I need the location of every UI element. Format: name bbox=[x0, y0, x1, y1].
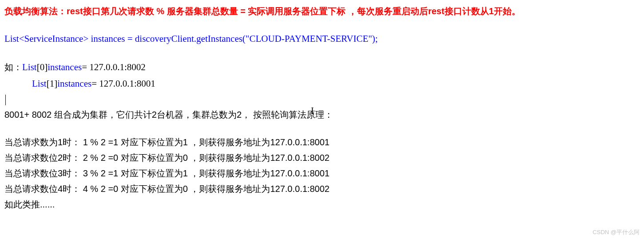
example-block: 如： List [0] instances = 127.0.0.1:8002 L… bbox=[4, 60, 640, 92]
watermark: CSDN @平什么阿 bbox=[592, 227, 640, 237]
rules-block: 当总请求数为1时： 1 % 2 =1 对应下标位置为1 ，则获得服务地址为127… bbox=[4, 135, 640, 212]
example-prefix: 如： bbox=[4, 60, 22, 76]
ibeam-cursor-icon: I bbox=[311, 103, 314, 118]
example-row: List [1] instances = 127.0.0.1:8001 bbox=[4, 76, 640, 92]
example-row: 如： List [0] instances = 127.0.0.1:8002 bbox=[4, 60, 640, 76]
code-snippet: List<ServiceInstance> instances = discov… bbox=[4, 31, 640, 47]
algorithm-title: 负载均衡算法：rest接口第几次请求数 % 服务器集群总数量 = 实际调用服务器… bbox=[4, 4, 640, 19]
list-index: [0] bbox=[37, 60, 48, 76]
cursor-line bbox=[4, 94, 640, 107]
rule-line: 当总请求数位4时： 4 % 2 =0 对应下标位置为0 ，则获得服务地址为127… bbox=[4, 181, 640, 197]
instance-value: = 127.0.0.1:8001 bbox=[91, 76, 155, 92]
text-caret-icon bbox=[5, 95, 6, 105]
instances-keyword: instances bbox=[48, 60, 82, 76]
instance-value: = 127.0.0.1:8002 bbox=[82, 60, 146, 76]
rule-line: 当总请求数位2时： 2 % 2 =0 对应下标位置为0 ，则获得服务地址为127… bbox=[4, 150, 640, 166]
rule-line: 当总请求数位3时： 3 % 2 =1 对应下标位置为1 ，则获得服务地址为127… bbox=[4, 166, 640, 181]
list-index: [1] bbox=[47, 76, 58, 92]
explain-text: 8001+ 8002 组合成为集群，它们共计2台机器，集群总数为2， 按照轮询算… bbox=[4, 107, 640, 122]
list-keyword: List bbox=[32, 76, 47, 92]
rule-line: 如此类推...... bbox=[4, 197, 640, 212]
rule-line: 当总请求数为1时： 1 % 2 =1 对应下标位置为1 ，则获得服务地址为127… bbox=[4, 135, 640, 150]
list-keyword: List bbox=[22, 60, 37, 76]
instances-keyword: instances bbox=[57, 76, 91, 92]
